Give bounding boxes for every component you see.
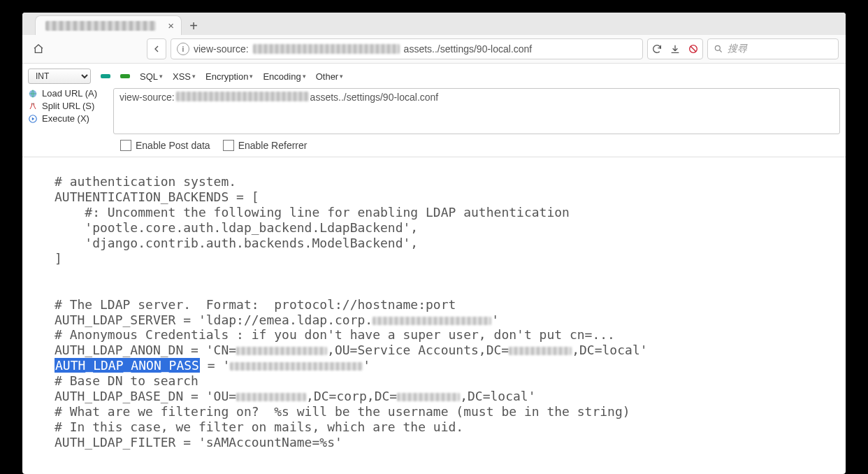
checkbox-icon [120,140,131,151]
search-placeholder: 搜尋 [728,43,747,55]
block-icon[interactable] [684,40,702,58]
hackbar-menu-encryption[interactable]: Encryption▾ [205,71,253,82]
src-line: 'django.contrib.auth.backends.ModelBacke… [55,236,418,250]
redacted [372,317,491,325]
hackbar-actions: Load URL (A) Split URL (S) Execute (X) [28,88,113,124]
url-bar[interactable]: i view-source: assets../settings/90-loca… [171,38,643,59]
svg-point-3 [32,103,34,104]
src-line [55,266,62,281]
search-icon [714,44,723,54]
back-icon[interactable] [147,40,166,58]
hackbar-menu-row: INT SQL▾ XSS▾ Encryption▾ Encoding▾ Othe… [22,64,846,87]
hackbar-type-select[interactable]: INT [28,69,91,84]
src-line [55,282,62,296]
src-line: # What are we filtering on? %s will be t… [55,404,630,419]
hackbar-load-url[interactable]: Load URL (A) [28,88,113,99]
src-line: # Anonymous Credentials : if you don't h… [55,327,615,342]
tab-current[interactable]: × [35,15,182,35]
src-line: AUTH_LDAP_BASE_DN = 'OU=,DC=corp,DC=,DC=… [55,389,536,403]
hackbar-menu-xss[interactable]: XSS▾ [173,71,196,82]
highlighted-text: AUTH_LDAP_ANON_PASS [55,358,200,373]
enable-post-data[interactable]: Enable Post data [120,140,210,151]
tab-strip: × + [22,13,846,35]
hackbar-menu-encoding[interactable]: Encoding▾ [263,71,305,82]
reload-icon[interactable] [648,40,666,58]
redacted [236,393,306,401]
hackbar-url-textarea[interactable]: view-source: assets../settings/90-local.… [113,88,840,134]
tab-title-redacted [45,21,156,31]
hb-url-suffix: assets../settings/90-local.conf [310,92,439,103]
src-line: 'pootle.core.auth.ldap_backend.LdapBacke… [55,220,418,235]
hackbar-menu-other[interactable]: Other▾ [316,71,344,82]
redacted [509,347,572,355]
hackbar-execute[interactable]: Execute (X) [28,113,113,124]
src-line: # authentication system. [55,174,236,189]
download-icon[interactable] [666,40,684,58]
toolbar-right [647,38,703,59]
url-suffix: assets../settings/90-local.conf [404,43,533,55]
hackbar-split-url[interactable]: Split URL (S) [28,101,113,111]
hackbar-options-row: Enable Post data Enable Referrer [22,137,846,157]
src-line: # In this case, we filter on mails, whic… [55,419,463,434]
redacted [236,347,327,355]
src-line: AUTHENTICATION_BACKENDS = [ [55,189,259,204]
address-toolbar: i view-source: assets../settings/90-loca… [22,35,846,64]
redacted [230,362,363,371]
src-line: # Base DN to search [55,373,198,388]
hb-url-redacted [176,92,309,101]
new-tab-button[interactable]: + [185,17,203,35]
hackbar-indicator-2 [120,74,130,78]
src-line: AUTH_LDAP_ANON_DN = 'CN=,OU=Service Acco… [55,343,648,357]
hackbar-menu-sql[interactable]: SQL▾ [140,71,163,82]
src-line: # The LDAP server. Format: protocol://ho… [55,297,456,312]
hackbar-panel: INT SQL▾ XSS▾ Encryption▾ Encoding▾ Othe… [22,64,846,157]
src-line: AUTH_LDAP_SERVER = 'ldap://emea.ldap.cor… [55,313,499,327]
browser-window: × + i view-source: assets../settings/90-… [22,13,846,474]
search-box[interactable]: 搜尋 [707,38,839,59]
site-info-icon[interactable]: i [177,43,189,55]
split-url-icon [28,101,38,111]
redacted [397,393,460,401]
hb-url-prefix: view-source: [120,92,175,103]
nav-back-forward [147,38,166,59]
svg-point-1 [715,45,720,50]
close-icon[interactable]: × [168,20,174,31]
src-line: #: Uncomment the following line for enab… [55,205,570,220]
src-line: AUTH_LDAP_ANON_PASS = '' [55,358,370,373]
home-icon[interactable] [29,40,48,58]
execute-icon [28,114,38,124]
load-url-icon [28,89,38,99]
checkbox-icon [223,140,234,151]
page-source-view[interactable]: # authentication system. AUTHENTICATION_… [22,157,846,474]
url-redacted-host [253,44,400,54]
hackbar-indicator-1 [101,74,110,78]
src-line: ] [55,251,62,266]
src-line: AUTH_LDAP_FILTER = 'sAMAccountName=%s' [55,435,342,450]
enable-referrer[interactable]: Enable Referrer [223,140,308,151]
url-prefix: view-source: [194,43,249,55]
